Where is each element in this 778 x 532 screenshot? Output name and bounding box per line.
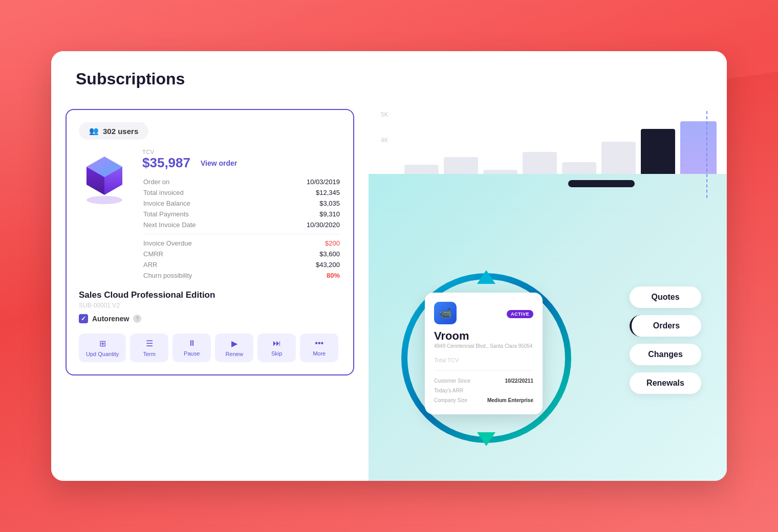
row-value-percent-red: 80% (231, 271, 340, 280)
term-button[interactable]: ☰ Term (130, 334, 168, 362)
renew-button[interactable]: ▶ Renew (215, 334, 253, 362)
upd-quantity-label: Upd Quantity (86, 351, 119, 357)
page-header: Subscriptions (51, 51, 727, 101)
pause-button[interactable]: ⏸ Pause (172, 334, 211, 362)
skip-button[interactable]: ⏭ Skip (257, 334, 296, 362)
row-value: 10/03/2019 (231, 177, 340, 187)
detail-label: Customer Since (434, 378, 470, 384)
product-info: Sales Cloud Professional Edition SUB-000… (79, 290, 341, 323)
subscription-card: 👥 302 users (66, 109, 354, 375)
deco-bar (568, 180, 635, 187)
product-id: SUB-00001 V2 (79, 302, 341, 309)
renew-icon: ▶ (231, 339, 237, 348)
row-value: 10/30/2020 (231, 220, 340, 230)
vroom-detail-row: Customer Since 10/22/20211 (434, 376, 533, 386)
view-order-link[interactable]: View order (201, 159, 237, 167)
detail-value: 10/22/20211 (505, 378, 533, 384)
order-table: Order on 10/03/2019 Total invoiced $12,3… (142, 176, 341, 281)
chart-label-4k: 4K (381, 137, 388, 144)
table-row: Total invoiced $12,345 (143, 188, 340, 197)
vroom-detail-row: Today's ARR (434, 386, 533, 395)
upd-quantity-icon: ⊞ (99, 339, 106, 348)
label-pill-orders[interactable]: Orders (630, 315, 701, 337)
main-card: Subscriptions 👥 302 users (51, 51, 727, 481)
pause-label: Pause (184, 350, 200, 357)
users-badge: 👥 302 users (79, 122, 148, 140)
right-panel: 5K 4K (369, 101, 727, 481)
term-icon: ☰ (146, 339, 153, 348)
row-label: Invoice Balance (143, 198, 230, 208)
detail-label: Company Size (434, 397, 467, 403)
vroom-details: Customer Since 10/22/20211 Today's ARR C… (434, 370, 533, 405)
row-value: $43,200 (231, 260, 340, 270)
label-pill-renewals[interactable]: Renewals (630, 372, 701, 394)
renew-label: Renew (226, 351, 243, 357)
table-row: ARR $43,200 (143, 260, 340, 270)
upd-quantity-button[interactable]: ⊞ Upd Quantity (79, 334, 126, 362)
label-pill-changes[interactable]: Changes (630, 344, 701, 365)
row-label: CMRR (143, 249, 230, 259)
table-row: Order on 10/03/2019 (143, 177, 340, 187)
autorenew-info-icon[interactable]: ? (133, 315, 141, 323)
table-row: CMRR $3,600 (143, 249, 340, 259)
row-label: Invoice Overdue (143, 238, 230, 248)
action-buttons: ⊞ Upd Quantity ☰ Term ⏸ Pause ▶ (79, 334, 341, 362)
row-value: $9,310 (231, 209, 340, 219)
svg-point-0 (87, 196, 122, 204)
product-image (79, 149, 130, 207)
row-label: Next Invoice Date (143, 220, 230, 230)
row-label: Order on (143, 177, 230, 187)
vroom-tcv-label: Total TCV (434, 357, 533, 363)
vroom-card: 📹 ACTIVE Vroom 4949 Cenntennial Blvd., S… (425, 293, 543, 414)
table-row: Invoice Overdue $200 (143, 238, 340, 248)
vroom-name: Vroom (434, 329, 533, 343)
users-icon: 👥 (89, 126, 99, 136)
cube-illustration (79, 149, 130, 205)
vroom-address: 4949 Cenntennial Blvd., Santa Clara 9505… (434, 343, 533, 350)
tcv-row: TCV $35,987 View order (142, 149, 341, 171)
content-area: 👥 302 users (51, 101, 727, 481)
detail-label: Today's ARR (434, 388, 463, 393)
details-row: TCV $35,987 View order Or (79, 149, 341, 281)
row-label: ARR (143, 260, 230, 270)
chart-label-5k: 5K (381, 111, 388, 118)
row-value: $12,345 (231, 188, 340, 197)
row-value: $3,600 (231, 249, 340, 259)
order-info: TCV $35,987 View order Or (142, 149, 341, 281)
row-label: Churn possibility (143, 271, 230, 280)
tcv-label: TCV (142, 149, 237, 155)
active-badge-container: ACTIVE (507, 308, 533, 318)
skip-label: Skip (271, 350, 282, 357)
pause-icon: ⏸ (188, 339, 196, 348)
row-label: Total invoiced (143, 188, 230, 197)
row-value-red: $200 (231, 238, 340, 248)
autorenew-checkbox[interactable]: ✓ (79, 314, 88, 323)
more-label: More (313, 350, 326, 357)
side-labels: Quotes Orders Changes Renewals (630, 286, 701, 394)
vroom-detail-row: Company Size Medium Enterprise (434, 395, 533, 405)
autorenew-row: ✓ Autorenew ? (79, 314, 341, 323)
vroom-header: 📹 ACTIVE (434, 302, 533, 324)
row-label: Total Payments (143, 209, 230, 219)
page-title: Subscriptions (76, 70, 185, 88)
skip-icon: ⏭ (273, 339, 281, 348)
table-row: Churn possibility 80% (143, 271, 340, 280)
row-value: $3,035 (231, 198, 340, 208)
table-row: Next Invoice Date 10/30/2020 (143, 220, 340, 230)
more-icon: ••• (315, 339, 323, 348)
detail-value: Medium Enterprise (487, 397, 533, 403)
left-panel: 👥 302 users (51, 101, 369, 481)
tcv-value: $35,987 (142, 155, 190, 171)
more-button[interactable]: ••• More (300, 334, 338, 362)
product-name: Sales Cloud Professional Edition (79, 290, 341, 301)
label-pill-quotes[interactable]: Quotes (630, 286, 701, 308)
table-row: Total Payments $9,310 (143, 209, 340, 219)
table-row: Invoice Balance $3,035 (143, 198, 340, 208)
users-count: 302 users (103, 127, 138, 136)
term-label: Term (143, 351, 155, 357)
autorenew-label: Autorenew (92, 315, 129, 323)
vroom-logo: 📹 (434, 302, 457, 324)
chart-dashed-line (706, 111, 707, 198)
active-badge: ACTIVE (507, 310, 533, 318)
